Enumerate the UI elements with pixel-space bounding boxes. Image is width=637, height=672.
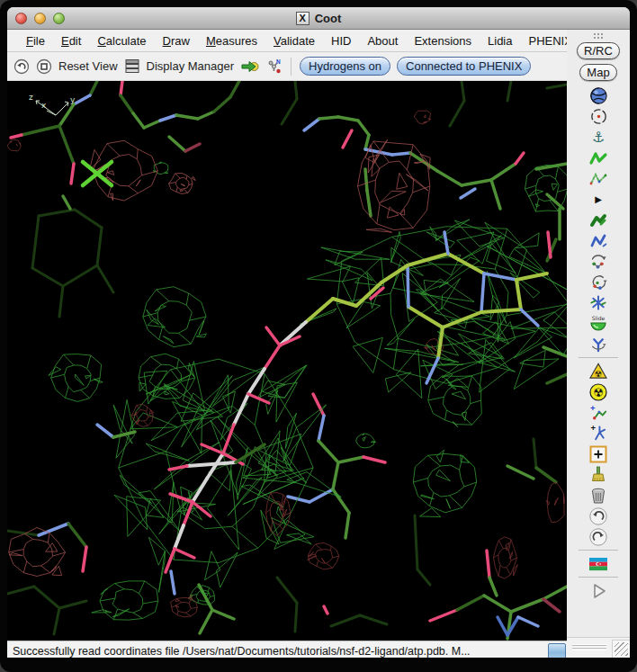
svg-text:y: y [70, 95, 76, 104]
right-tool-panel: R/RC Map ⚓ ▶ [567, 30, 630, 658]
run-script-icon[interactable] [585, 580, 612, 601]
place-atom-icon[interactable] [585, 444, 612, 464]
undo-icon[interactable] [585, 506, 612, 526]
window-controls [15, 13, 65, 24]
grip-lines-icon[interactable] [572, 644, 606, 650]
svg-text:+: + [590, 403, 596, 413]
back-icon[interactable] [13, 58, 30, 75]
redo-icon[interactable] [585, 526, 612, 547]
menu-file[interactable]: File [18, 34, 53, 48]
slide-peptide-icon[interactable]: Slide [585, 313, 612, 334]
rrc-button[interactable]: R/RC [577, 42, 620, 59]
real-space-refine-icon[interactable] [585, 148, 612, 168]
hydrogens-toggle-button[interactable]: Hydrogens on [300, 57, 390, 76]
svg-text:+: + [590, 424, 596, 433]
go-arrow-icon[interactable] [240, 58, 259, 75]
panel-footer [567, 637, 630, 658]
view-globe-icon[interactable] [585, 85, 612, 106]
status-scrollbar-thumb[interactable] [548, 643, 566, 659]
map-button[interactable]: Map [579, 64, 616, 81]
x11-icon: X [296, 12, 310, 25]
menu-hid[interactable]: HID [323, 34, 359, 48]
statusbar: Successfully read coordinates file /User… [7, 641, 567, 658]
add-alt-conf-icon[interactable]: + [585, 423, 612, 444]
clear-sticky-icon[interactable] [585, 464, 612, 485]
panel-separator [579, 550, 618, 551]
svg-text:x: x [41, 101, 47, 110]
ligand-icon[interactable]: N [265, 58, 283, 75]
recentre-target-icon[interactable] [585, 106, 612, 127]
stop-icon[interactable] [36, 58, 52, 75]
mutate-residue-icon[interactable]: ☢ [585, 361, 612, 381]
edit-chi-angles-icon[interactable] [585, 272, 612, 292]
zoom-button[interactable] [53, 13, 65, 24]
svg-text:☢: ☢ [595, 369, 603, 379]
coot-window: X Coot File Edit Calculate Draw Measures… [7, 7, 630, 658]
side-chain-180-icon[interactable] [585, 334, 612, 354]
close-button[interactable] [15, 13, 27, 24]
menu-lidia[interactable]: Lidia [480, 34, 520, 48]
toolbar-grip-icon[interactable] [593, 32, 604, 40]
anchor-icon[interactable]: ⚓ [585, 127, 612, 148]
svg-text:z: z [29, 93, 33, 102]
toolbar-separator [291, 58, 292, 76]
window-title: Coot [315, 12, 342, 25]
menu-draw[interactable]: Draw [155, 34, 198, 48]
reset-view-button[interactable]: Reset View [58, 59, 118, 73]
rotate-translate-icon[interactable] [585, 230, 612, 251]
panel-separator [579, 357, 618, 358]
delete-item-icon[interactable] [585, 485, 612, 506]
window-frame: X Coot File Edit Calculate Draw Measures… [0, 0, 637, 672]
svg-text:Slide: Slide [592, 315, 606, 321]
rotamers-icon[interactable] [585, 251, 612, 272]
jiggle-fit-icon[interactable] [585, 292, 612, 313]
rigid-body-fit-icon[interactable] [585, 210, 612, 230]
window-resize-grip[interactable] [612, 640, 630, 658]
menu-calculate[interactable]: Calculate [89, 34, 154, 48]
menubar: File Edit Calculate Draw Measures Valida… [7, 30, 567, 52]
regularize-icon[interactable] [585, 168, 612, 189]
expand-arrow-icon[interactable]: ▶ [585, 189, 612, 210]
titlebar: X Coot [7, 7, 630, 30]
minimize-button[interactable] [34, 13, 46, 24]
display-manager-button[interactable]: Display Manager [147, 59, 235, 73]
svg-text:☢: ☢ [593, 386, 604, 399]
graphics-canvas[interactable]: zyx [7, 81, 567, 641]
menu-measures[interactable]: Measures [198, 34, 265, 48]
phenix-connection-button[interactable]: Connected to PHENIX [397, 57, 531, 76]
add-terminal-residue-icon[interactable]: + [585, 402, 612, 423]
menu-about[interactable]: About [359, 34, 406, 48]
display-manager-icon[interactable] [124, 58, 140, 74]
menu-validate[interactable]: Validate [265, 34, 323, 48]
panel-separator [579, 577, 618, 578]
azerbaijan-flag-icon[interactable] [585, 553, 612, 574]
status-message: Successfully read coordinates file /User… [13, 645, 471, 658]
menu-edit[interactable]: Edit [53, 34, 89, 48]
svg-text:N: N [276, 58, 281, 65]
main-toolbar: Reset View Display Manager N Hydrogens o… [7, 52, 567, 81]
simple-mutate-icon[interactable]: ☢ [585, 381, 612, 402]
menu-extensions[interactable]: Extensions [406, 34, 480, 48]
